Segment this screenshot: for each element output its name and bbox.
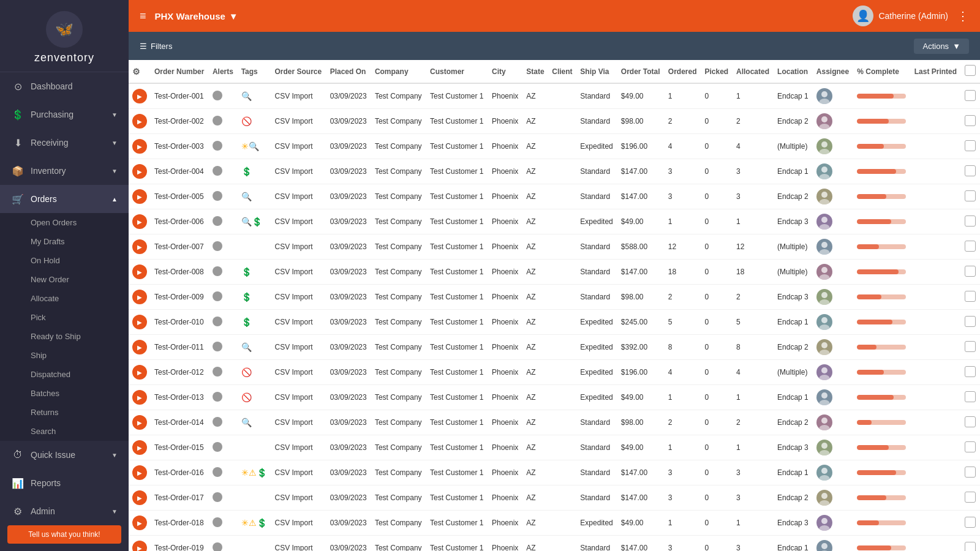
- play-cell[interactable]: ▶: [129, 335, 151, 360]
- col-alerts[interactable]: Alerts: [209, 60, 238, 83]
- play-cell[interactable]: ▶: [129, 385, 151, 410]
- select-cell[interactable]: [961, 460, 980, 485]
- col-location[interactable]: Location: [774, 60, 813, 83]
- col-ordered[interactable]: Ordered: [665, 60, 701, 83]
- play-cell[interactable]: ▶: [129, 159, 151, 184]
- sidebar-sub-returns[interactable]: Returns: [0, 403, 129, 422]
- play-button[interactable]: ▶: [132, 490, 147, 505]
- col-ship-via[interactable]: Ship Via: [576, 60, 617, 83]
- play-cell[interactable]: ▶: [129, 536, 151, 552]
- select-cell[interactable]: [961, 385, 980, 410]
- select-all-checkbox[interactable]: [965, 65, 976, 76]
- play-cell[interactable]: ▶: [129, 435, 151, 460]
- row-checkbox[interactable]: [965, 517, 976, 528]
- play-cell[interactable]: ▶: [129, 460, 151, 485]
- play-cell[interactable]: ▶: [129, 134, 151, 159]
- sidebar-item-quick-issue[interactable]: ⏱ Quick Issue ▼: [0, 441, 129, 469]
- select-cell[interactable]: [961, 410, 980, 435]
- row-checkbox[interactable]: [965, 140, 976, 151]
- col-order-source[interactable]: Order Source: [271, 60, 326, 83]
- select-cell[interactable]: [961, 335, 980, 360]
- sidebar-item-purchasing[interactable]: 💲 Purchasing ▼: [0, 100, 129, 129]
- play-button[interactable]: ▶: [132, 465, 147, 480]
- sidebar-item-inventory[interactable]: 📦 Inventory ▼: [0, 157, 129, 185]
- play-button[interactable]: ▶: [132, 290, 147, 304]
- select-cell[interactable]: [961, 159, 980, 184]
- sidebar-sub-batches[interactable]: Batches: [0, 384, 129, 403]
- select-cell[interactable]: [961, 310, 980, 335]
- col-allocated[interactable]: Allocated: [733, 60, 774, 83]
- play-cell[interactable]: ▶: [129, 511, 151, 536]
- more-options-icon[interactable]: ⋮: [957, 9, 969, 23]
- play-cell[interactable]: ▶: [129, 109, 151, 134]
- col-assignee[interactable]: Assignee: [813, 60, 853, 83]
- play-button[interactable]: ▶: [132, 89, 147, 103]
- select-cell[interactable]: [961, 511, 980, 536]
- row-checkbox[interactable]: [965, 441, 976, 452]
- play-cell[interactable]: ▶: [129, 360, 151, 385]
- filters-button[interactable]: ☰ Filters: [140, 42, 172, 51]
- sidebar-item-admin[interactable]: ⚙ Admin ▼: [0, 497, 129, 525]
- play-button[interactable]: ▶: [132, 440, 147, 455]
- play-button[interactable]: ▶: [132, 189, 147, 204]
- select-cell[interactable]: [961, 536, 980, 552]
- row-checkbox[interactable]: [965, 291, 976, 302]
- play-button[interactable]: ▶: [132, 390, 147, 405]
- select-cell[interactable]: [961, 109, 980, 134]
- row-checkbox[interactable]: [965, 90, 976, 101]
- col-state[interactable]: State: [522, 60, 548, 83]
- col-placed-on[interactable]: Placed On: [326, 60, 371, 83]
- row-checkbox[interactable]: [965, 316, 976, 327]
- col-picked[interactable]: Picked: [701, 60, 733, 83]
- play-cell[interactable]: ▶: [129, 485, 151, 511]
- sidebar-sub-pick[interactable]: Pick: [0, 308, 129, 327]
- col-pct-complete[interactable]: % Complete: [853, 60, 910, 83]
- play-button[interactable]: ▶: [132, 239, 147, 254]
- select-cell[interactable]: [961, 435, 980, 460]
- select-cell[interactable]: [961, 485, 980, 511]
- play-button[interactable]: ▶: [132, 139, 147, 154]
- play-button[interactable]: ▶: [132, 164, 147, 179]
- col-last-printed[interactable]: Last Printed: [911, 60, 962, 83]
- sidebar-sub-allocate[interactable]: Allocate: [0, 289, 129, 308]
- select-cell[interactable]: [961, 260, 980, 285]
- row-checkbox[interactable]: [965, 115, 976, 126]
- orders-table-container[interactable]: ⚙ Order Number Alerts Tags Order Source …: [129, 60, 980, 551]
- play-button[interactable]: ▶: [132, 541, 147, 551]
- col-company[interactable]: Company: [371, 60, 426, 83]
- sidebar-sub-ready-to-ship[interactable]: Ready to Ship: [0, 327, 129, 346]
- sidebar-sub-ship[interactable]: Ship: [0, 346, 129, 365]
- row-checkbox[interactable]: [965, 190, 976, 201]
- play-cell[interactable]: ▶: [129, 209, 151, 234]
- select-cell[interactable]: [961, 134, 980, 159]
- sidebar-sub-my-drafts[interactable]: My Drafts: [0, 232, 129, 251]
- col-gear[interactable]: ⚙: [129, 60, 151, 83]
- sidebar-sub-new-order[interactable]: New Order: [0, 270, 129, 289]
- row-checkbox[interactable]: [965, 165, 976, 176]
- col-tags[interactable]: Tags: [238, 60, 271, 83]
- select-cell[interactable]: [961, 83, 980, 109]
- col-order-number[interactable]: Order Number: [151, 60, 209, 83]
- menu-icon[interactable]: ≡: [140, 10, 146, 23]
- sidebar-item-dashboard[interactable]: ⊙ Dashboard: [0, 72, 129, 100]
- row-checkbox[interactable]: [965, 241, 976, 252]
- select-cell[interactable]: [961, 184, 980, 209]
- play-cell[interactable]: ▶: [129, 260, 151, 285]
- row-checkbox[interactable]: [965, 266, 976, 277]
- col-order-total[interactable]: Order Total: [617, 60, 665, 83]
- col-city[interactable]: City: [488, 60, 522, 83]
- play-button[interactable]: ▶: [132, 264, 147, 279]
- play-button[interactable]: ▶: [132, 340, 147, 354]
- select-cell[interactable]: [961, 209, 980, 234]
- col-client[interactable]: Client: [548, 60, 576, 83]
- play-cell[interactable]: ▶: [129, 310, 151, 335]
- actions-button[interactable]: Actions ▼: [914, 39, 969, 54]
- play-button[interactable]: ▶: [132, 415, 147, 430]
- sidebar-item-reports[interactable]: 📊 Reports: [0, 469, 129, 497]
- sidebar-sub-open-orders[interactable]: Open Orders: [0, 213, 129, 232]
- sidebar-item-orders[interactable]: 🛒 Orders ▲: [0, 185, 129, 213]
- select-cell[interactable]: [961, 285, 980, 310]
- row-checkbox[interactable]: [965, 341, 976, 352]
- feedback-button[interactable]: Tell us what you think!: [7, 525, 121, 544]
- row-checkbox[interactable]: [965, 416, 976, 427]
